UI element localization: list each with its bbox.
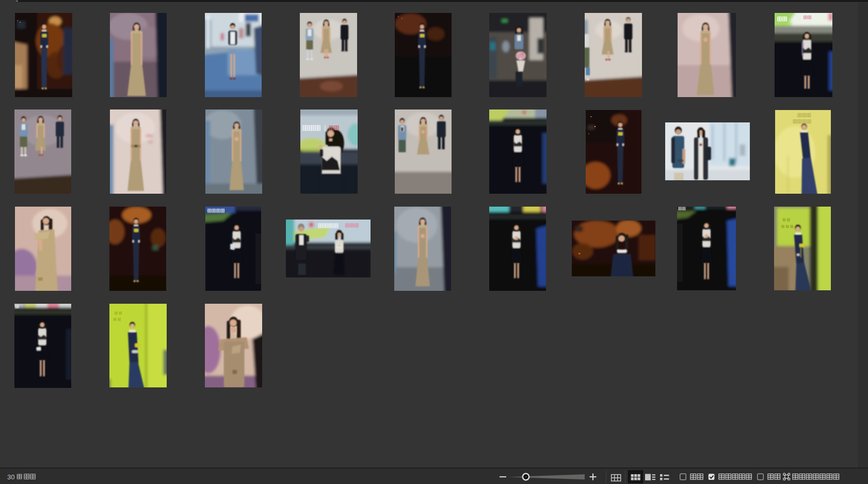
svg-text:30: 30	[7, 473, 14, 481]
